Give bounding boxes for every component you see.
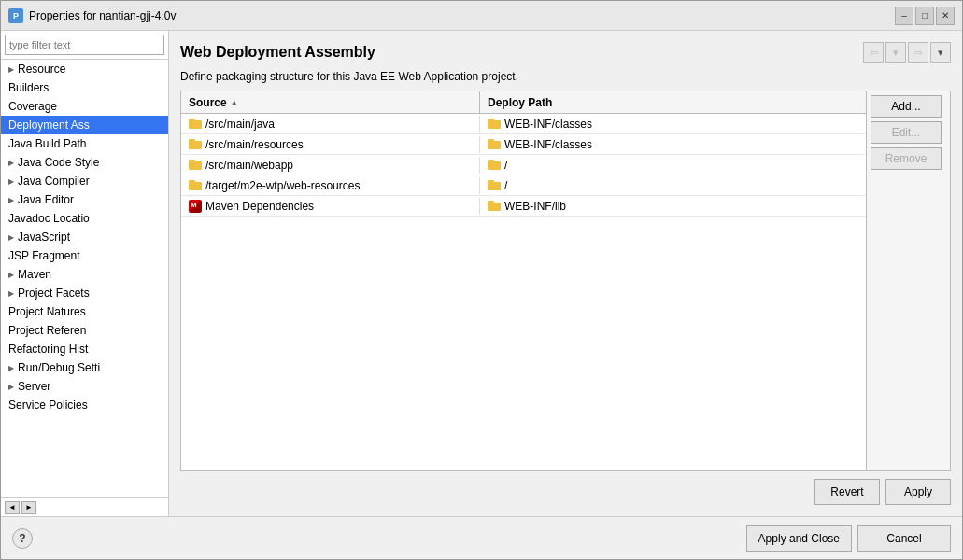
sidebar-item[interactable]: Maven <box>1 265 168 284</box>
cell-source: Maven Dependencies <box>181 198 480 215</box>
folder-icon <box>488 139 501 149</box>
cell-source: /src/main/resources <box>181 136 480 153</box>
table-row[interactable]: /src/main/java WEB-INF/classes <box>181 114 866 134</box>
maven-icon <box>189 200 202 213</box>
sidebar-item[interactable]: Project Natures <box>1 302 168 321</box>
deploy-text: WEB-INF/lib <box>504 200 566 213</box>
minimize-button[interactable]: – <box>895 7 913 25</box>
cancel-button[interactable]: Cancel <box>857 525 951 552</box>
sidebar-bottom: ◄ ► <box>1 497 168 516</box>
folder-icon <box>189 119 202 129</box>
apply-button[interactable]: Apply <box>885 479 951 505</box>
sidebar-scroll[interactable]: ResourceBuildersCoverageDeployment AssJa… <box>1 60 168 497</box>
filter-box <box>1 31 168 60</box>
table-row[interactable]: /target/m2e-wtp/web-resources / <box>181 175 866 196</box>
table-main: Source ▲ Deploy Path /src/main/java WEB-… <box>181 91 866 470</box>
sidebar-item[interactable]: Project Referen <box>1 321 168 340</box>
sidebar-item[interactable]: Resource <box>1 60 168 78</box>
source-text: /src/main/webapp <box>205 159 293 172</box>
panel-header: Web Deployment Assembly ⇦ ▾ ⇨ ▾ <box>180 42 951 63</box>
title-bar: P Properties for nantian-gjj-4.0v – □ ✕ <box>1 1 962 31</box>
scroll-right[interactable]: ► <box>21 501 36 514</box>
folder-icon <box>488 180 501 190</box>
cell-source: /src/main/java <box>181 116 480 133</box>
cell-deploy: WEB-INF/classes <box>480 116 866 133</box>
panel-description: Define packaging structure for this Java… <box>180 70 951 83</box>
table-row[interactable]: /src/main/resources WEB-INF/classes <box>181 134 866 155</box>
back-dropdown-button[interactable]: ▾ <box>885 42 906 63</box>
deploy-text: / <box>504 159 507 172</box>
sort-arrow: ▲ <box>231 98 238 106</box>
cell-deploy: WEB-INF/classes <box>480 136 866 153</box>
deploy-text: / <box>504 179 507 192</box>
forward-dropdown-button[interactable]: ▾ <box>930 42 951 63</box>
revert-button[interactable]: Revert <box>814 479 880 505</box>
add-button[interactable]: Add... <box>871 95 942 118</box>
apply-close-button[interactable]: Apply and Close <box>746 525 852 552</box>
sidebar-item[interactable]: Server <box>1 377 168 396</box>
window-controls: – □ ✕ <box>895 7 955 25</box>
footer-right: Apply and Close Cancel <box>746 525 951 552</box>
cell-source: /target/m2e-wtp/web-resources <box>181 177 480 194</box>
main-panel: Web Deployment Assembly ⇦ ▾ ⇨ ▾ Define p… <box>169 31 962 516</box>
sidebar-item[interactable]: Java Editor <box>1 190 168 209</box>
table-body[interactable]: /src/main/java WEB-INF/classes /src/main… <box>181 114 866 470</box>
table-row[interactable]: Maven Dependencies WEB-INF/lib <box>181 196 866 217</box>
sidebar-item[interactable]: JSP Fragment <box>1 246 168 265</box>
folder-icon <box>189 160 202 170</box>
folder-icon <box>189 139 202 149</box>
cell-deploy: / <box>480 157 866 174</box>
col-deploy-header: Deploy Path <box>480 91 866 113</box>
source-text: Maven Dependencies <box>205 200 314 213</box>
app-icon: P <box>8 8 23 23</box>
source-text: /src/main/resources <box>205 138 304 151</box>
sidebar-item[interactable]: Javadoc Locatio <box>1 209 168 228</box>
sidebar-item[interactable]: Project Facets <box>1 284 168 302</box>
sidebar-item[interactable]: Service Policies <box>1 396 168 414</box>
deploy-text: WEB-INF/classes <box>504 118 592 131</box>
remove-button[interactable]: Remove <box>871 147 942 170</box>
back-button[interactable]: ⇦ <box>863 42 884 63</box>
scroll-arrows: ◄ ► <box>5 501 36 514</box>
table-row[interactable]: /src/main/webapp / <box>181 155 866 175</box>
forward-button[interactable]: ⇨ <box>908 42 928 63</box>
deploy-text: WEB-INF/classes <box>504 138 592 151</box>
filter-input[interactable] <box>5 35 164 55</box>
sidebar-item[interactable]: Java Compiler <box>1 172 168 190</box>
folder-icon <box>488 119 501 129</box>
col-source-header: Source ▲ <box>181 91 480 113</box>
help-button[interactable]: ? <box>12 528 33 549</box>
footer-left: ? <box>12 528 33 549</box>
properties-dialog: P Properties for nantian-gjj-4.0v – □ ✕ … <box>0 0 963 560</box>
folder-icon <box>189 180 202 190</box>
sidebar: ResourceBuildersCoverageDeployment AssJa… <box>1 31 169 516</box>
source-text: /target/m2e-wtp/web-resources <box>205 179 360 192</box>
source-text: /src/main/java <box>205 118 275 131</box>
cell-deploy: / <box>480 177 866 194</box>
sidebar-item[interactable]: Refactoring Hist <box>1 340 168 358</box>
cell-deploy: WEB-INF/lib <box>480 198 866 215</box>
bottom-bar: Revert Apply <box>180 471 951 505</box>
sidebar-item[interactable]: Run/Debug Setti <box>1 358 168 377</box>
scroll-left[interactable]: ◄ <box>5 501 20 514</box>
sidebar-item[interactable]: JavaScript <box>1 228 168 246</box>
action-buttons: Add... Edit... Remove <box>866 91 950 470</box>
dialog-footer: ? Apply and Close Cancel <box>1 516 962 559</box>
panel-toolbar: ⇦ ▾ ⇨ ▾ <box>863 42 951 63</box>
panel-title: Web Deployment Assembly <box>180 44 375 61</box>
content-area: ResourceBuildersCoverageDeployment AssJa… <box>1 31 962 516</box>
window-title: Properties for nantian-gjj-4.0v <box>29 9 895 22</box>
folder-icon <box>488 160 501 170</box>
sidebar-item[interactable]: Java Code Style <box>1 153 168 172</box>
maximize-button[interactable]: □ <box>915 7 934 25</box>
edit-button[interactable]: Edit... <box>871 121 942 144</box>
table-header: Source ▲ Deploy Path <box>181 91 866 114</box>
cell-source: /src/main/webapp <box>181 157 480 174</box>
close-button[interactable]: ✕ <box>936 7 955 25</box>
sidebar-item[interactable]: Builders <box>1 78 168 97</box>
sidebar-item[interactable]: Java Build Path <box>1 134 168 153</box>
sidebar-item[interactable]: Deployment Ass <box>1 116 168 134</box>
table-area: Source ▲ Deploy Path /src/main/java WEB-… <box>180 91 951 471</box>
folder-icon <box>488 201 501 211</box>
sidebar-item[interactable]: Coverage <box>1 97 168 116</box>
